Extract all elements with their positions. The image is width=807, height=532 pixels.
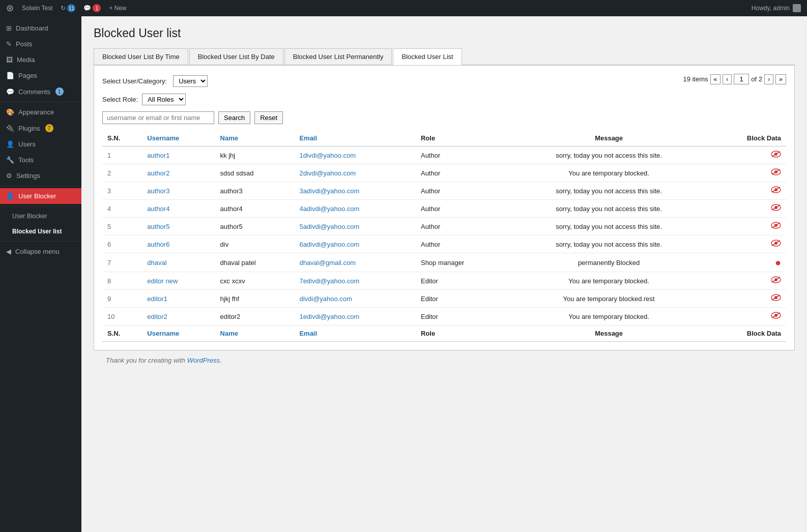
cell-message: sorry, today you not access this site. <box>508 235 709 253</box>
eye-icon[interactable] <box>771 168 781 177</box>
sidebar-item-user-blocker[interactable]: 👤 User Blocker <box>0 188 81 204</box>
total-items: 19 items <box>683 75 708 83</box>
cell-email: 2divdi@yahoo.com <box>294 164 416 182</box>
table-footer-row: S.N. Username Name Email Role Message Bl… <box>102 326 786 342</box>
cell-name: dhaval patel <box>215 253 295 272</box>
filters-row-category: Select User/Category: Users 19 items « ‹… <box>102 74 786 88</box>
sidebar-sub-user-blocker[interactable]: User Blocker <box>0 209 81 224</box>
cell-block-data[interactable] <box>709 164 786 182</box>
svg-line-2 <box>772 152 780 157</box>
tab-list[interactable]: Blocked User List <box>393 48 462 65</box>
search-row: Search Reset <box>102 111 786 124</box>
plus-icon: + <box>109 5 112 12</box>
cell-block-data[interactable] <box>709 146 786 164</box>
sidebar-collapse-menu[interactable]: ◀ Collapse menu <box>0 244 81 259</box>
new-btn[interactable]: + New <box>109 5 126 12</box>
comments-icon: 💬 <box>83 5 91 12</box>
footer-link[interactable]: WordPress. <box>187 357 222 364</box>
sidebar-item-media[interactable]: 🖼 Media <box>0 52 81 68</box>
col-username[interactable]: Username <box>142 130 215 146</box>
cell-block-data[interactable] <box>709 218 786 235</box>
cell-name: div <box>215 235 295 253</box>
pag-first-btn[interactable]: « <box>710 74 721 84</box>
pag-current-page[interactable] <box>734 74 749 84</box>
cell-name: editor2 <box>215 308 295 326</box>
eye-icon[interactable] <box>771 204 781 213</box>
sidebar-label-posts: Posts <box>16 40 33 48</box>
pagination-top: 19 items « ‹ of 2 › » <box>683 74 786 84</box>
sidebar-sub-blocked-user-list[interactable]: Blocked User list <box>0 224 81 239</box>
table-row: 5 author5 author5 5adivdi@yahoo.com Auth… <box>102 218 786 235</box>
sidebar-item-appearance[interactable]: 🎨 Appearance <box>0 104 81 120</box>
cell-name: author5 <box>215 218 295 235</box>
cell-message: You are temporary blocked.rest <box>508 290 709 308</box>
cell-sn: 2 <box>102 164 142 182</box>
cell-block-data[interactable] <box>709 308 786 326</box>
dot-icon[interactable]: ● <box>775 257 781 268</box>
cell-block-data[interactable] <box>709 272 786 290</box>
cell-role: Shop manager <box>416 253 508 272</box>
cell-name: author3 <box>215 182 295 200</box>
cell-sn: 1 <box>102 146 142 164</box>
cell-block-data[interactable] <box>709 182 786 200</box>
eye-icon[interactable] <box>771 151 781 159</box>
sidebar-item-dashboard[interactable]: ⊞ Dashboard <box>0 20 81 36</box>
cell-sn: 4 <box>102 200 142 218</box>
col-email[interactable]: Email <box>294 130 416 146</box>
cell-email: 1divdi@yahoo.com <box>294 146 416 164</box>
eye-icon[interactable] <box>771 294 781 303</box>
cell-block-data[interactable] <box>709 290 786 308</box>
cell-email: 3adivdi@yahoo.com <box>294 182 416 200</box>
posts-icon: ✎ <box>6 40 12 48</box>
cell-block-data[interactable] <box>709 235 786 253</box>
sidebar-item-pages[interactable]: 📄 Pages <box>0 68 81 83</box>
cell-block-data[interactable] <box>709 200 786 218</box>
eye-icon[interactable] <box>771 186 781 195</box>
pag-prev-btn[interactable]: ‹ <box>723 74 732 84</box>
foot-username[interactable]: Username <box>142 326 215 342</box>
table-row: 9 editor1 hjkj fhf divdi@yahoo.com Edito… <box>102 290 786 308</box>
sidebar-item-tools[interactable]: 🔧 Tools <box>0 152 81 168</box>
cell-role: Editor <box>416 290 508 308</box>
cell-email: dhaval@gmail.com <box>294 253 416 272</box>
eye-icon[interactable] <box>771 222 781 230</box>
cell-username: author1 <box>142 146 215 164</box>
eye-icon[interactable] <box>771 312 781 320</box>
reset-button[interactable]: Reset <box>254 111 283 124</box>
pag-next-btn[interactable]: › <box>764 74 773 84</box>
foot-role: Role <box>416 326 508 342</box>
comments-btn[interactable]: 💬 1 <box>83 4 101 12</box>
search-input[interactable] <box>102 111 214 124</box>
cell-username: author3 <box>142 182 215 200</box>
sidebar-item-users[interactable]: 👤 Users <box>0 136 81 152</box>
sidebar-item-comments[interactable]: 💬 Comments 1 <box>0 83 81 100</box>
foot-name[interactable]: Name <box>215 326 295 342</box>
sidebar-item-plugins[interactable]: 🔌 Plugins 7 <box>0 120 81 136</box>
foot-email[interactable]: Email <box>294 326 416 342</box>
eye-icon[interactable] <box>771 276 781 285</box>
table-row: 4 author4 author4 4adivdi@yahoo.com Auth… <box>102 200 786 218</box>
tab-permanently[interactable]: Blocked User List Permanently <box>284 48 392 65</box>
tab-by-time[interactable]: Blocked User List By Time <box>94 48 188 65</box>
col-message: Message <box>508 130 709 146</box>
tab-by-date[interactable]: Blocked User List By Date <box>189 48 283 65</box>
eye-icon[interactable] <box>771 240 781 248</box>
search-button[interactable]: Search <box>218 111 250 124</box>
updates-btn[interactable]: ↻ 11 <box>61 4 75 12</box>
cell-email: divdi@yahoo.com <box>294 290 416 308</box>
svg-line-5 <box>772 169 780 174</box>
site-name[interactable]: Solwin Test <box>22 5 52 12</box>
category-select[interactable]: Users <box>173 75 208 87</box>
sidebar-item-posts[interactable]: ✎ Posts <box>0 36 81 52</box>
howdy-menu[interactable]: Howdy, admin <box>752 4 801 12</box>
foot-sn: S.N. <box>102 326 142 342</box>
cell-role: Author <box>416 164 508 182</box>
pag-last-btn[interactable]: » <box>775 74 786 84</box>
sidebar-item-settings[interactable]: ⚙ Settings <box>0 168 81 184</box>
wp-logo-icon: ⊛ <box>6 3 14 14</box>
role-select[interactable]: All Roles <box>142 94 186 105</box>
table-row: 3 author3 author3 3adivdi@yahoo.com Auth… <box>102 182 786 200</box>
col-name[interactable]: Name <box>215 130 295 146</box>
comments-menu-badge: 1 <box>55 87 64 96</box>
cell-block-data[interactable]: ● <box>709 253 786 272</box>
